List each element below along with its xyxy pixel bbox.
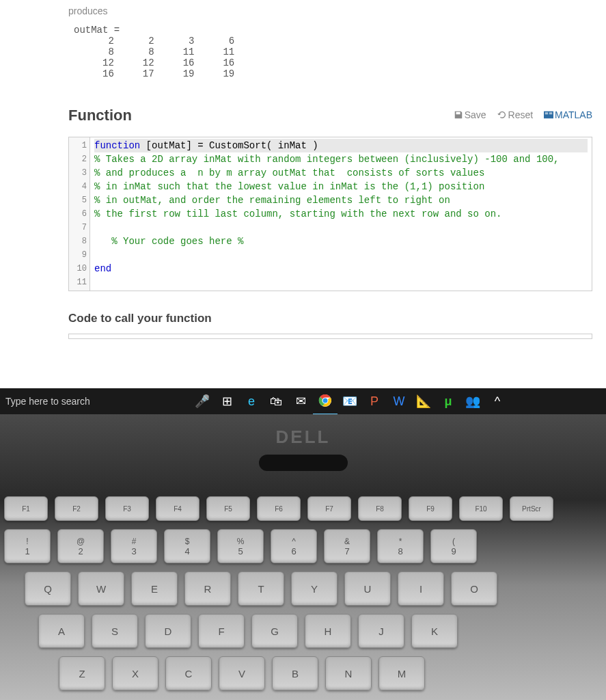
key-i: I — [398, 571, 444, 606]
key-k: K — [411, 614, 458, 648]
store-icon[interactable]: 🛍 — [264, 388, 288, 414]
key-f5: F5 — [206, 496, 250, 521]
output-block: outMat = 2 2 3 6 8 8 11 11 12 12 16 16 1… — [68, 16, 592, 93]
key-2: @2 — [57, 529, 104, 563]
laptop-body: DELL F1F2F3F4F5F6F7F8F9F10PrtScr !1@2#3$… — [0, 414, 606, 700]
key-f8: F8 — [358, 496, 402, 521]
mail-icon[interactable]: ✉ — [288, 388, 313, 414]
svg-rect-0 — [544, 111, 553, 119]
search-input[interactable]: Type here to search — [0, 396, 190, 407]
key-c: C — [165, 656, 212, 690]
word-icon[interactable]: W — [387, 388, 411, 414]
key-f10: F10 — [459, 496, 503, 521]
produces-label: produces — [68, 0, 592, 16]
key-h: H — [305, 614, 351, 648]
camera-bar — [259, 455, 348, 471]
key-r: R — [184, 571, 231, 606]
key-v: V — [219, 656, 265, 690]
key-a: A — [38, 614, 85, 648]
powerpoint-icon[interactable]: P — [362, 388, 387, 414]
key-f3: F3 — [105, 496, 149, 521]
matlab-doc-button[interactable]: MATLAB — [544, 109, 592, 120]
key-d: D — [145, 614, 191, 648]
dell-logo: DELL — [0, 414, 606, 448]
svg-rect-1 — [545, 113, 548, 113]
key-j: J — [358, 614, 404, 648]
mic-icon[interactable]: 🎤 — [190, 388, 215, 414]
key-o: O — [451, 571, 497, 606]
svg-rect-3 — [549, 113, 552, 113]
save-button[interactable]: Save — [454, 109, 486, 120]
key-3: #3 — [111, 529, 157, 563]
code-body[interactable]: function [outMat] = CustomSort( inMat )%… — [90, 137, 592, 291]
key-f7: F7 — [307, 496, 351, 521]
editor-toolbar: Save Reset MATLAB — [445, 109, 592, 120]
key-y: Y — [291, 571, 338, 606]
key-b: B — [272, 656, 318, 690]
key-g: G — [251, 614, 298, 648]
key-6: ^6 — [271, 529, 317, 563]
key-f9: F9 — [409, 496, 452, 521]
key-f1: F1 — [4, 496, 48, 521]
key-5: %5 — [217, 529, 264, 563]
key-n: N — [325, 656, 372, 690]
line-gutter: 1234567891011 — [69, 137, 90, 291]
chrome-icon[interactable] — [313, 388, 338, 415]
key-f6: F6 — [257, 496, 301, 521]
svg-rect-4 — [549, 113, 552, 114]
key-f4: F4 — [156, 496, 199, 521]
key-7: &7 — [324, 529, 370, 563]
key-u: U — [344, 571, 391, 606]
key-x: X — [112, 656, 159, 690]
keyboard: F1F2F3F4F5F6F7F8F9F10PrtScr !1@2#3$4%5^6… — [0, 496, 606, 699]
key-f2: F2 — [55, 496, 98, 521]
utorrent-icon[interactable]: μ — [436, 388, 460, 414]
task-view-icon[interactable]: ⊞ — [215, 388, 239, 414]
key-s: S — [92, 614, 138, 648]
key-q: Q — [25, 571, 71, 606]
call-editor[interactable] — [68, 334, 592, 339]
taskbar[interactable]: Type here to search 🎤 ⊞ e 🛍 ✉ 📧 P W 📐 μ … — [0, 388, 606, 414]
code-editor[interactable]: 1234567891011 function [outMat] = Custom… — [68, 137, 592, 291]
key-8: *8 — [377, 529, 424, 563]
outlook-icon[interactable]: 📧 — [338, 388, 362, 414]
key-z: Z — [59, 656, 105, 690]
key-1: !1 — [4, 529, 51, 563]
key-t: T — [238, 571, 284, 606]
key-4: $4 — [164, 529, 210, 563]
key-w: W — [78, 571, 124, 606]
edge-icon[interactable]: e — [239, 388, 264, 414]
key-prtscr: PrtScr — [510, 496, 553, 521]
svg-point-6 — [323, 399, 328, 403]
people-icon[interactable]: 👥 — [460, 388, 485, 414]
reset-button[interactable]: Reset — [497, 109, 534, 120]
call-header: Code to call your function — [68, 312, 592, 325]
svg-rect-2 — [545, 113, 548, 114]
key-9: (9 — [430, 529, 477, 563]
key-f: F — [198, 614, 245, 648]
key-m: M — [378, 656, 425, 690]
key-e: E — [131, 571, 178, 606]
matlab-icon[interactable]: 📐 — [411, 388, 436, 414]
tray-expand-icon[interactable]: ^ — [485, 388, 510, 414]
